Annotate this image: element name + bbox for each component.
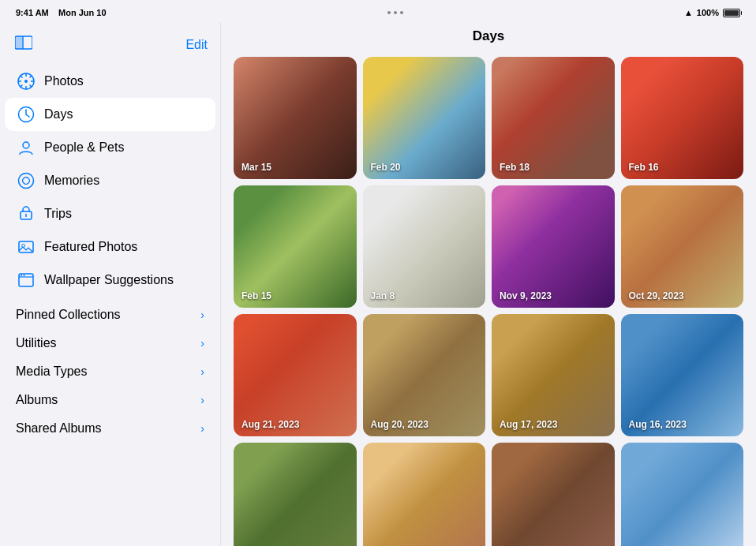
photo-date-4: Feb 16 (629, 162, 659, 173)
sidebar: Edit Photos Days People & Pets Memories … (0, 22, 221, 546)
photo-date-5: Feb 15 (241, 290, 271, 301)
sidebar-icon-people-pets (16, 137, 36, 158)
photo-date-8: Oct 29, 2023 (629, 290, 684, 301)
photo-tile-12[interactable]: Aug 16, 2023 (621, 314, 744, 436)
sidebar-chevron-media-types: › (200, 365, 204, 378)
battery-percent: 100% (697, 8, 719, 17)
sidebar-label-days: Days (44, 107, 204, 122)
status-date: Mon Jun 10 (58, 8, 107, 17)
photo-tile-13[interactable] (234, 443, 357, 546)
photo-tile-9[interactable]: Aug 21, 2023 (234, 314, 357, 436)
app-container: Edit Photos Days People & Pets Memories … (0, 22, 756, 546)
photo-tile-16[interactable] (621, 443, 744, 546)
photo-tile-1[interactable]: Mar 15 (234, 57, 357, 179)
photo-tile-4[interactable]: Feb 16 (621, 57, 744, 179)
sidebar-section-albums[interactable]: Albums › (0, 385, 220, 410)
sidebar-icon-memories (16, 170, 36, 191)
main-content: Days Mar 15Feb 20Feb 18Feb 16Feb 15Jan 8… (221, 22, 756, 546)
photo-date-1: Mar 15 (241, 162, 271, 173)
sidebar-icon-trips (16, 204, 36, 224)
sidebar-label-trips: Trips (44, 207, 204, 221)
sidebar-icon-photos (16, 71, 36, 92)
sidebar-section-media-types[interactable]: Media Types › (0, 357, 220, 382)
sidebar-item-featured-photos[interactable]: Featured Photos (5, 230, 215, 264)
svg-point-14 (23, 142, 29, 148)
sidebar-item-days[interactable]: Days (5, 98, 215, 131)
sidebar-label-wallpaper: Wallpaper Suggestions (44, 273, 204, 287)
dot-3 (400, 11, 403, 14)
svg-line-10 (30, 85, 32, 88)
svg-point-23 (24, 275, 25, 276)
sidebar-section-shared-albums[interactable]: Shared Albums › (0, 413, 220, 439)
sidebar-item-trips[interactable]: Trips (5, 197, 215, 230)
sidebar-toggle-button[interactable] (13, 32, 35, 54)
sidebar-icon-featured-photos (16, 237, 36, 257)
sidebar-chevron-utilities: › (200, 337, 204, 350)
photo-tile-7[interactable]: Nov 9, 2023 (492, 185, 615, 308)
sidebar-section-label-albums: Albums (16, 393, 58, 407)
dot-1 (387, 11, 391, 14)
battery-fill (724, 10, 739, 16)
photo-tile-8[interactable]: Oct 29, 2023 (621, 185, 744, 308)
photo-tile-10[interactable]: Aug 20, 2023 (363, 314, 486, 436)
photo-tile-5[interactable]: Feb 15 (234, 185, 357, 308)
sidebar-section-utilities[interactable]: Utilities › (0, 328, 220, 353)
wifi-icon: ▲ (684, 8, 693, 17)
svg-point-15 (19, 174, 34, 189)
svg-line-12 (21, 85, 23, 88)
photo-date-12: Aug 16, 2023 (629, 419, 687, 430)
sidebar-icon-days (16, 104, 36, 125)
photo-date-3: Feb 18 (500, 162, 530, 173)
sidebar-item-memories[interactable]: Memories (5, 164, 215, 197)
sidebar-section-label-media-types: Media Types (16, 365, 87, 379)
sidebar-chevron-pinned-collections: › (200, 309, 204, 321)
photo-date-10: Aug 20, 2023 (371, 419, 429, 430)
photo-tile-11[interactable]: Aug 17, 2023 (492, 314, 615, 436)
photo-tile-6[interactable]: Jan 8 (363, 185, 486, 308)
photo-date-9: Aug 21, 2023 (241, 419, 299, 430)
sidebar-item-wallpaper[interactable]: Wallpaper Suggestions (5, 264, 215, 297)
photo-tile-2[interactable]: Feb 20 (363, 57, 486, 179)
sidebar-section-label-pinned-collections: Pinned Collections (16, 308, 121, 322)
sidebar-section-pinned-collections[interactable]: Pinned Collections › (0, 300, 220, 325)
sidebar-label-featured-photos: Featured Photos (44, 240, 204, 254)
sidebar-label-memories: Memories (44, 174, 204, 188)
sidebar-label-people-pets: People & Pets (44, 140, 204, 155)
dot-2 (394, 11, 397, 14)
sidebar-icon-wallpaper (16, 270, 36, 290)
photo-grid: Mar 15Feb 20Feb 18Feb 16Feb 15Jan 8Nov 9… (221, 52, 756, 546)
svg-point-22 (21, 275, 22, 276)
photo-tile-14[interactable] (363, 443, 486, 546)
svg-rect-0 (15, 36, 22, 49)
photo-tile-15[interactable] (492, 443, 615, 546)
sidebar-header: Edit (0, 28, 220, 65)
svg-point-4 (24, 80, 28, 83)
sidebar-item-photos[interactable]: Photos (5, 65, 215, 98)
status-center-dots (387, 11, 403, 14)
status-time-date: 9:41 AM Mon Jun 10 (16, 8, 107, 17)
status-right: ▲ 100% (684, 8, 740, 17)
status-bar: 9:41 AM Mon Jun 10 ▲ 100% (0, 0, 756, 22)
sidebar-section-label-shared-albums: Shared Albums (16, 421, 102, 436)
sidebar-chevron-shared-albums: › (200, 422, 204, 435)
photo-date-6: Jan 8 (371, 290, 395, 301)
photo-date-2: Feb 20 (371, 162, 401, 173)
svg-line-11 (30, 76, 32, 78)
sidebar-nav: Photos Days People & Pets Memories Trips… (0, 65, 220, 297)
status-time: 9:41 AM (16, 8, 49, 17)
edit-button[interactable]: Edit (185, 32, 208, 58)
photo-date-7: Nov 9, 2023 (500, 290, 552, 301)
page-title: Days (221, 22, 756, 52)
svg-line-9 (21, 76, 23, 78)
sidebar-chevron-albums: › (200, 394, 204, 406)
sidebar-label-photos: Photos (44, 74, 204, 88)
battery-icon (723, 9, 740, 17)
sidebar-item-people-pets[interactable]: People & Pets (5, 131, 215, 164)
sidebar-sections: Pinned Collections › Utilities › Media T… (0, 300, 220, 439)
photo-date-11: Aug 17, 2023 (500, 419, 557, 430)
sidebar-section-label-utilities: Utilities (16, 336, 57, 350)
photo-tile-3[interactable]: Feb 18 (492, 57, 615, 179)
